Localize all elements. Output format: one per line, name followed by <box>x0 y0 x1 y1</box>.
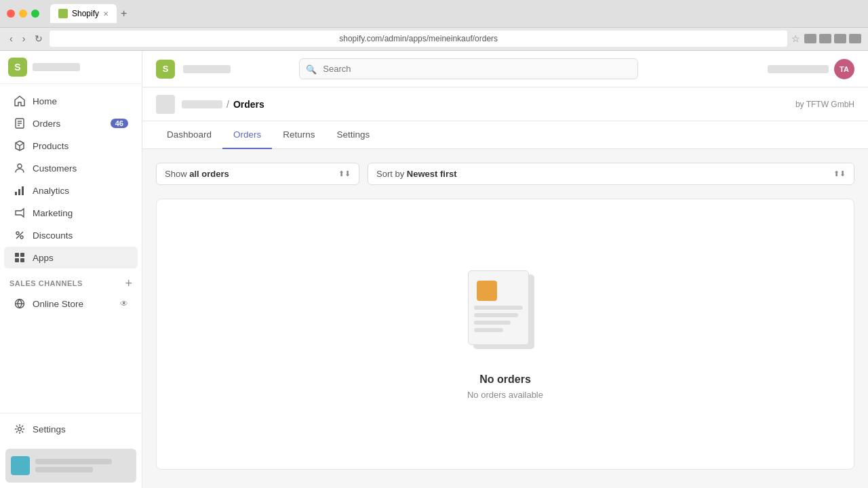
sidebar-navigation: Home Orders 46 Products Customers <box>0 84 142 413</box>
online-store-label: Online Store <box>33 299 83 309</box>
svg-point-7 <box>18 164 22 168</box>
sidebar-item-orders[interactable]: Orders 46 <box>4 113 138 134</box>
user-section: TA <box>768 59 854 79</box>
show-filter-chevron-icon: ⬆⬇ <box>338 169 351 178</box>
app-breadcrumb-header: / Orders by TFTW GmbH <box>142 87 868 121</box>
sidebar-mini-card <box>5 449 136 483</box>
tabs-bar: Dashboard Orders Returns Settings <box>142 121 868 149</box>
browser-tab-shopify[interactable]: Shopify ✕ <box>50 4 117 23</box>
search-wrapper: 🔍 <box>299 58 638 79</box>
discounts-label: Discounts <box>33 230 73 241</box>
shopify-logo-sidebar: S <box>8 58 27 77</box>
home-label: Home <box>33 96 57 106</box>
add-sales-channel-button[interactable]: + <box>125 277 132 289</box>
svg-rect-8 <box>15 192 17 195</box>
sales-channels-label: SALES CHANNELS <box>9 279 83 287</box>
analytics-icon <box>14 184 26 197</box>
sort-filter-select[interactable]: Sort by Newest first ⬆⬇ <box>368 163 854 185</box>
svg-point-20 <box>18 428 22 431</box>
shopify-favicon <box>58 9 68 18</box>
sort-filter-chevron-icon: ⬆⬇ <box>833 169 846 178</box>
online-store-icon <box>14 298 26 310</box>
svg-line-13 <box>16 232 23 239</box>
products-label: Products <box>33 141 68 151</box>
tab-orders[interactable]: Orders <box>222 121 272 149</box>
apps-label: Apps <box>33 253 54 263</box>
back-button[interactable]: ‹ <box>7 32 16 45</box>
tab-returns[interactable]: Returns <box>272 121 326 149</box>
tab-close-icon[interactable]: ✕ <box>103 10 108 18</box>
doc-line-3 <box>474 321 511 325</box>
reload-button[interactable]: ↻ <box>32 32 45 45</box>
doc-orange-box <box>477 281 497 301</box>
breadcrumb-page-title: Orders <box>233 99 264 110</box>
sidebar-item-home[interactable]: Home <box>4 90 138 112</box>
shopify-logo-top: S <box>156 60 175 79</box>
store-name-placeholder <box>33 63 80 71</box>
bookmark-icon: ☆ <box>791 33 800 44</box>
tab-label: Shopify <box>72 9 99 18</box>
apps-icon <box>14 251 26 264</box>
sidebar-item-apps[interactable]: Apps <box>4 247 138 268</box>
search-input[interactable] <box>299 58 638 79</box>
extension-icon-3 <box>834 34 846 43</box>
empty-state: No orders No orders available <box>156 199 854 470</box>
empty-state-subtitle: No orders available <box>467 390 543 400</box>
filters-row: Show all orders ⬆⬇ Sort by Newest first … <box>156 163 854 185</box>
orders-icon <box>14 117 26 129</box>
orders-label: Orders <box>33 119 60 129</box>
svg-rect-14 <box>15 253 19 257</box>
sidebar-item-discounts[interactable]: Discounts <box>4 224 138 246</box>
svg-line-6 <box>20 143 24 146</box>
svg-rect-10 <box>22 186 24 195</box>
empty-state-title: No orders <box>479 373 531 386</box>
show-filter-select[interactable]: Show all orders ⬆⬇ <box>156 163 359 185</box>
maximize-button[interactable] <box>31 9 39 18</box>
sidebar-item-settings[interactable]: Settings <box>4 418 138 440</box>
extension-icon-4 <box>849 34 861 43</box>
svg-rect-15 <box>20 253 24 257</box>
close-button[interactable] <box>7 9 15 18</box>
sidebar-item-products[interactable]: Products <box>4 135 138 157</box>
sort-filter-label: Sort by Newest first <box>376 169 457 179</box>
user-avatar[interactable]: TA <box>834 59 854 79</box>
mini-card-line2 <box>35 467 93 472</box>
svg-point-12 <box>20 236 23 239</box>
settings-icon <box>14 423 26 435</box>
top-header: S 🔍 TA <box>142 51 868 87</box>
sidebar-item-online-store[interactable]: Online Store 👁 <box>4 293 138 314</box>
sidebar-item-analytics[interactable]: Analytics <box>4 180 138 201</box>
doc-front <box>468 270 529 345</box>
svg-rect-16 <box>15 258 19 262</box>
extension-icon-1 <box>804 34 816 43</box>
breadcrumb-store-placeholder <box>182 100 222 108</box>
tab-settings[interactable]: Settings <box>326 121 381 149</box>
address-bar[interactable] <box>50 30 787 47</box>
sidebar-item-marketing[interactable]: Marketing <box>4 202 138 224</box>
doc-line-2 <box>474 313 518 317</box>
online-store-visibility-icon[interactable]: 👁 <box>120 299 128 308</box>
browser-tab-bar: Shopify ✕ + <box>50 4 861 23</box>
forward-button[interactable]: › <box>20 32 28 45</box>
products-icon <box>14 140 26 152</box>
minimize-button[interactable] <box>19 9 27 18</box>
customers-icon <box>14 162 26 174</box>
orders-badge: 46 <box>111 119 128 128</box>
search-icon: 🔍 <box>306 64 317 74</box>
svg-point-11 <box>16 232 19 235</box>
by-label: by TFTW GmbH <box>795 100 854 109</box>
doc-line-1 <box>474 306 523 310</box>
marketing-label: Marketing <box>33 208 73 218</box>
new-tab-button[interactable]: + <box>121 7 127 20</box>
sidebar-item-customers[interactable]: Customers <box>4 157 138 179</box>
sidebar: S Home Orders 46 Products <box>0 51 142 488</box>
svg-rect-9 <box>18 189 20 195</box>
mini-card-line1 <box>35 459 112 464</box>
empty-state-illustration <box>461 269 549 357</box>
show-filter-label: Show all orders <box>165 169 229 179</box>
tab-dashboard[interactable]: Dashboard <box>156 121 222 149</box>
user-name-display <box>768 65 829 73</box>
sales-channels-header: SALES CHANNELS + <box>0 269 142 292</box>
marketing-icon <box>14 207 26 219</box>
doc-line-4 <box>474 328 503 332</box>
